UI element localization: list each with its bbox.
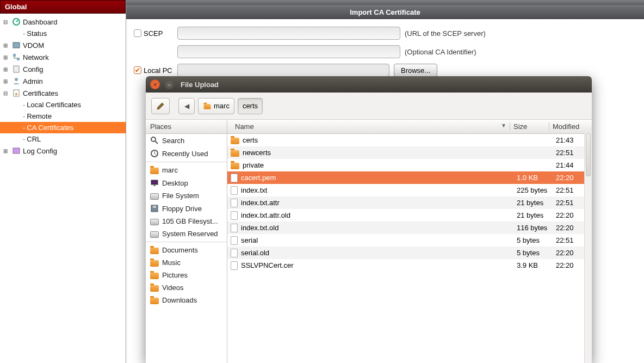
file-icon <box>231 174 238 182</box>
place-marc[interactable]: marc <box>146 164 227 176</box>
nav-item-admin[interactable]: ⊞Admin <box>0 75 126 87</box>
folder-icon <box>150 285 159 292</box>
minimize-icon[interactable]: – <box>164 79 174 89</box>
dash-icon: - <box>23 101 25 109</box>
column-name[interactable]: Name ▼ <box>232 122 510 131</box>
sidebar-title: Global <box>0 0 126 14</box>
nav-label: CRL <box>27 135 41 143</box>
chevron-left-icon: ◀ <box>184 102 189 110</box>
nav-item-config[interactable]: ⊞Config <box>0 63 126 75</box>
nav-item-remote[interactable]: -Remote <box>0 110 126 122</box>
places-list: SearchRecently UsedmarcDesktopFile Syste… <box>146 134 227 306</box>
file-row[interactable]: serial.old5 bytes22:20 <box>227 247 592 259</box>
place-label: System Reserved <box>162 230 218 238</box>
scep-url-input[interactable] <box>177 27 400 40</box>
home-folder-icon <box>204 104 211 109</box>
tree-toggle-icon[interactable]: ⊞ <box>3 54 10 60</box>
tree-toggle-icon[interactable]: ⊞ <box>3 66 10 72</box>
file-row[interactable]: index.txt225 bytes22:51 <box>227 184 592 196</box>
file-name: index.txt.old <box>241 224 278 232</box>
tree-toggle-icon[interactable]: ⊞ <box>3 42 10 48</box>
tree-toggle-icon[interactable]: ⊟ <box>3 90 10 96</box>
file-row[interactable]: newcerts22:51 <box>227 146 592 159</box>
file-icon <box>231 199 238 207</box>
scrollbar-thumb[interactable] <box>586 133 591 176</box>
nav-label: Local Certificates <box>27 101 81 109</box>
place-label: Desktop <box>162 179 188 187</box>
main-top-strip <box>126 0 644 5</box>
place-label: Pictures <box>162 271 188 279</box>
floppy-icon <box>150 204 159 213</box>
place-105-gb-filesyst-[interactable]: 105 GB Filesyst... <box>146 215 227 227</box>
place-desktop[interactable]: Desktop <box>146 176 227 189</box>
svg-rect-12 <box>153 185 156 186</box>
file-name: index.txt <box>241 186 267 194</box>
tree-toggle-icon[interactable]: ⊟ <box>3 19 10 25</box>
nav-item-crl[interactable]: -CRL <box>0 133 126 145</box>
place-music[interactable]: Music <box>146 256 227 269</box>
place-recently-used[interactable]: Recently Used <box>146 147 227 160</box>
edit-path-button[interactable] <box>151 98 170 114</box>
optional-ca-input[interactable] <box>177 45 400 58</box>
close-icon[interactable]: ✕ <box>150 79 160 89</box>
place-pictures[interactable]: Pictures <box>146 269 227 281</box>
optional-row: (Optional CA Identifier) <box>134 45 636 58</box>
dialog-body: Places SearchRecently UsedmarcDesktopFil… <box>146 120 592 363</box>
file-name: private <box>243 161 264 169</box>
dialog-titlebar[interactable]: ✕ – File Upload <box>146 76 592 93</box>
place-documents[interactable]: Documents <box>146 244 227 256</box>
nav-label: VDOM <box>23 41 44 50</box>
localpc-path-input[interactable] <box>177 64 389 77</box>
file-row[interactable]: index.txt.old116 bytes22:20 <box>227 222 592 234</box>
path-segment-current[interactable]: certs <box>238 98 263 114</box>
place-search[interactable]: Search <box>146 134 227 147</box>
file-row[interactable]: serial5 bytes22:51 <box>227 234 592 247</box>
checkbox-checked-icon: ✔ <box>134 66 141 74</box>
sidebar: Global ⊟Dashboard-Status⊞VDOM⊞Network⊞Co… <box>0 0 126 363</box>
nav-item-log-config[interactable]: ⊞Log Config <box>0 145 126 157</box>
file-row[interactable]: cacert.pem1.0 KB22:20 <box>227 171 592 184</box>
place-system-reserved[interactable]: System Reserved <box>146 227 227 240</box>
file-row[interactable]: SSLVPNCert.cer3.9 KB22:20 <box>227 259 592 272</box>
file-name-cell: serial.old <box>227 249 515 257</box>
vertical-scrollbar[interactable] <box>584 132 592 363</box>
folder-icon <box>150 260 159 267</box>
nav-item-network[interactable]: ⊞Network <box>0 51 126 63</box>
scep-checkbox-label[interactable]: SCEP <box>134 29 177 38</box>
dialog-title: File Upload <box>181 81 219 89</box>
browse-button[interactable]: Browse... <box>394 64 437 77</box>
home-folder-icon <box>150 168 159 174</box>
path-home-label: marc <box>214 102 230 110</box>
path-segment-home[interactable]: marc <box>198 98 234 114</box>
column-size[interactable]: Size <box>510 122 549 131</box>
place-file-system[interactable]: File System <box>146 189 227 202</box>
nav-item-vdom[interactable]: ⊞VDOM <box>0 39 126 51</box>
column-modified[interactable]: Modified <box>549 122 587 131</box>
place-downloads[interactable]: Downloads <box>146 294 227 306</box>
file-row[interactable]: index.txt.attr.old21 bytes22:20 <box>227 209 592 222</box>
tree-toggle-icon[interactable]: ⊞ <box>3 78 10 84</box>
file-row[interactable]: private21:44 <box>227 159 592 171</box>
nav-item-status[interactable]: -Status <box>0 28 126 39</box>
scep-row: SCEP (URL of the SCEP server) <box>134 27 636 40</box>
file-row[interactable]: certs21:43 <box>227 134 592 146</box>
localpc-row: ✔ Local PC Browse... <box>134 64 636 77</box>
svg-rect-4 <box>14 66 19 72</box>
file-name-cell: SSLVPNCert.cer <box>227 261 515 270</box>
pencil-icon <box>156 102 165 110</box>
tree-toggle-icon[interactable]: ⊞ <box>3 148 10 154</box>
place-videos[interactable]: Videos <box>146 281 227 294</box>
nav-icon <box>12 89 21 97</box>
nav-item-certificates[interactable]: ⊟Certificates <box>0 87 126 99</box>
localpc-checkbox-label[interactable]: ✔ Local PC <box>134 66 177 75</box>
nav-item-dashboard[interactable]: ⊟Dashboard <box>0 16 126 28</box>
place-floppy-drive[interactable]: Floppy Drive <box>146 202 227 215</box>
nav-label: Remote <box>27 112 52 120</box>
clock-icon <box>150 149 159 158</box>
nav-item-ca-certificates[interactable]: -CA Certificates <box>0 122 126 133</box>
file-row[interactable]: index.txt.attr21 bytes22:51 <box>227 196 592 209</box>
back-button[interactable]: ◀ <box>178 98 195 114</box>
nav-item-local-certificates[interactable]: -Local Certificates <box>0 99 126 110</box>
drive-icon <box>150 219 159 225</box>
nav-icon <box>12 53 21 61</box>
